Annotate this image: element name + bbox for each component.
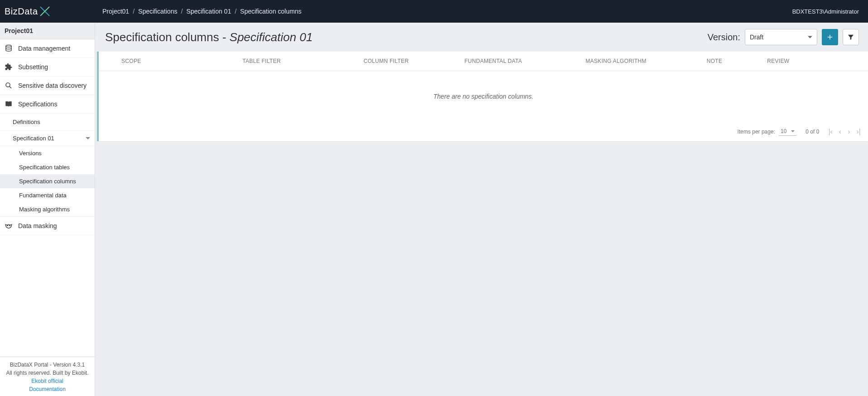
breadcrumb-item[interactable]: Specifications [138,8,177,15]
sidebar-project-name: Project01 [0,23,95,39]
breadcrumb-item-current: Specification columns [240,8,301,15]
sidebar-footer: BizDataX Portal - Version 4.3.1 All righ… [0,357,95,396]
user-info[interactable]: BDXTEST3\Administrator [792,8,859,15]
breadcrumb-separator: / [133,8,135,15]
next-page-button[interactable]: › [848,128,850,135]
svg-point-6 [10,225,10,226]
sidebar-item-spec-columns[interactable]: Specification columns [0,174,95,188]
page-title: Specification columns - Specification 01 [97,30,313,44]
sidebar-item-label: Specification tables [19,164,70,171]
logo[interactable]: BizData [5,5,100,17]
version-label: Version: [708,32,740,43]
sidebar-item-label: Definitions [13,119,40,125]
footer-version: BizDataX Portal - Version 4.3.1 [3,361,92,369]
breadcrumb-item[interactable]: Project01 [102,8,129,15]
puzzle-icon [5,63,13,71]
mask-icon [5,222,13,230]
svg-point-5 [7,225,8,226]
paginator: Items per page: 10 0 of 0 |‹ ‹ › ›| [99,122,868,141]
breadcrumb-separator: / [181,8,183,15]
sidebar-item-sensitive-discovery[interactable]: Sensitive data discovery [0,76,95,95]
sidebar-item-label: Subsetting [18,63,48,71]
page-title-spec: Specification 01 [230,30,313,44]
sidebar-item-subsetting[interactable]: Subsetting [0,58,95,76]
sidebar-item-label: Masking algorithms [19,206,70,213]
sidebar-item-label: Specification 01 [13,135,54,142]
prev-page-button[interactable]: ‹ [839,128,841,135]
plus-icon [826,33,834,41]
col-scope[interactable]: SCOPE [121,58,242,64]
breadcrumb-separator: / [235,8,236,15]
version-select[interactable]: Draft [745,29,817,45]
footer-rights: All rights reserved. Built by Ekobit. [3,369,92,377]
chevron-down-icon [86,137,90,139]
last-page-button[interactable]: ›| [857,128,861,135]
page-title-prefix: Specification columns - [105,30,230,44]
logo-text: BizData [5,6,38,17]
items-per-page-select[interactable]: 10 [779,127,796,136]
sidebar-item-specifications[interactable]: Specifications [0,95,95,114]
first-page-button[interactable]: |‹ [828,128,832,135]
sidebar-item-label: Versions [19,150,42,157]
sidebar-item-specification-01[interactable]: Specification 01 [0,130,95,146]
sidebar-item-definitions[interactable]: Definitions [0,114,95,130]
filter-button[interactable] [843,29,859,45]
col-review[interactable]: REVIEW [767,58,868,64]
table-header-row: SCOPE TABLE FILTER COLUMN FILTER FUNDAME… [99,52,868,71]
search-icon [5,81,13,90]
sidebar-item-data-masking[interactable]: Data masking [0,217,95,235]
col-note[interactable]: NOTE [707,58,767,64]
footer-ekobit-link[interactable]: Ekobit official [3,377,92,385]
col-column-filter[interactable]: COLUMN FILTER [363,58,464,64]
svg-point-3 [6,83,10,87]
sidebar-item-label: Data masking [18,222,57,229]
sidebar-item-label: Data management [18,45,70,52]
breadcrumb: Project01 / Specifications / Specificati… [100,8,792,15]
col-masking-algorithm[interactable]: MASKING ALGORITHM [585,58,706,64]
book-icon [5,100,13,108]
filter-icon [847,33,854,41]
logo-x-icon [39,5,51,17]
items-per-page-value: 10 [781,128,786,134]
sidebar-item-masking-algorithms[interactable]: Masking algorithms [0,202,95,217]
col-table-filter[interactable]: TABLE FILTER [242,58,363,64]
add-button[interactable] [822,29,838,45]
sidebar-item-label: Fundamental data [19,192,67,199]
database-icon [5,44,13,52]
col-fundamental-data[interactable]: FUNDAMENTAL DATA [464,58,585,64]
sidebar: Project01 Data management Subsetting Sen… [0,23,95,396]
spec-columns-table: SCOPE TABLE FILTER COLUMN FILTER FUNDAME… [97,52,868,141]
main-content: Specification columns - Specification 01… [95,23,868,396]
sidebar-item-label: Sensitive data discovery [18,82,87,89]
sidebar-item-label: Specifications [18,100,57,108]
items-per-page-label: Items per page: [738,129,775,135]
sidebar-item-versions[interactable]: Versions [0,146,95,160]
svg-point-2 [6,45,11,48]
breadcrumb-item[interactable]: Specification 01 [186,8,231,15]
svg-line-4 [10,86,11,88]
sidebar-item-label: Specification columns [19,178,76,185]
version-select-value: Draft [750,33,763,41]
sidebar-item-fundamental-data[interactable]: Fundamental data [0,188,95,202]
sidebar-item-spec-tables[interactable]: Specification tables [0,160,95,174]
footer-documentation-link[interactable]: Documentation [3,385,92,393]
empty-state-message: There are no specification columns. [99,71,868,122]
page-range: 0 of 0 [805,129,819,135]
sidebar-item-data-management[interactable]: Data management [0,39,95,58]
